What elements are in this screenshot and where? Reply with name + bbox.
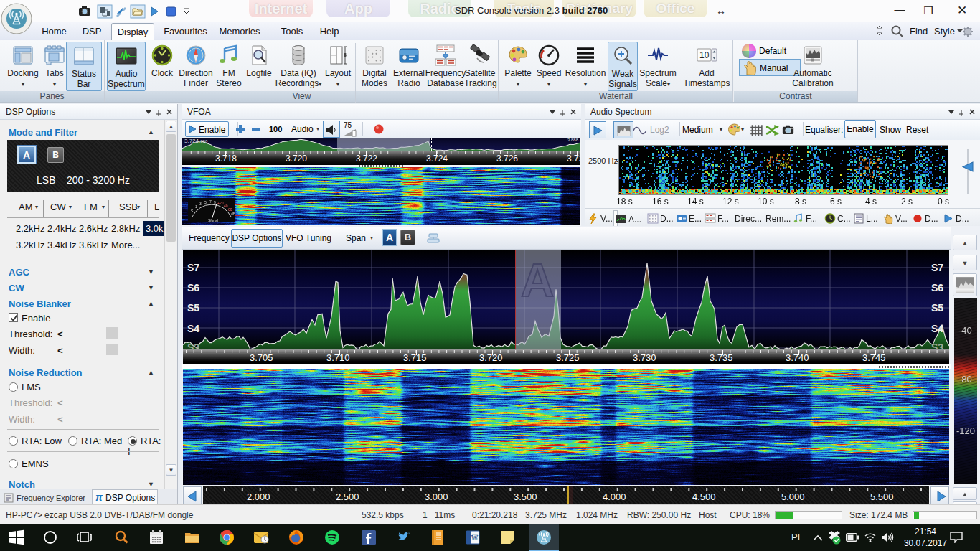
svg-text:4.500: 4.500 bbox=[692, 491, 716, 502]
svg-text:10: 10 bbox=[699, 50, 710, 60]
svg-text:3: 3 bbox=[199, 202, 202, 206]
svg-text:W: W bbox=[471, 534, 479, 542]
svg-text:40: 40 bbox=[224, 204, 228, 208]
svg-text:3.722: 3.722 bbox=[356, 154, 377, 164]
svg-text:+20: +20 bbox=[217, 201, 224, 205]
svg-text:Signal: Signal bbox=[208, 218, 218, 222]
svg-text:3.735: 3.735 bbox=[710, 352, 733, 363]
svg-text:3.720: 3.720 bbox=[479, 352, 503, 363]
svg-text:2.000: 2.000 bbox=[247, 491, 270, 502]
svg-text:3.725: 3.725 bbox=[556, 352, 580, 363]
svg-text:S: S bbox=[191, 209, 194, 213]
svg-text:3.710: 3.710 bbox=[326, 352, 350, 363]
svg-text:3.720: 3.720 bbox=[286, 154, 307, 164]
svg-text:3.715: 3.715 bbox=[403, 352, 427, 363]
svg-text:3.730: 3.730 bbox=[633, 352, 656, 363]
svg-text:1: 1 bbox=[195, 204, 197, 209]
svg-text:3.000: 3.000 bbox=[425, 491, 448, 502]
svg-text:9: 9 bbox=[214, 200, 216, 204]
svg-text:Find: Find bbox=[910, 26, 928, 37]
svg-text:3.705: 3.705 bbox=[250, 352, 273, 363]
svg-text:5.500: 5.500 bbox=[870, 491, 894, 502]
svg-text:5.000: 5.000 bbox=[781, 491, 805, 502]
svg-text:3.740: 3.740 bbox=[786, 352, 809, 363]
svg-text:2.500: 2.500 bbox=[336, 491, 359, 502]
svg-text:7: 7 bbox=[209, 199, 212, 204]
svg-text:5: 5 bbox=[204, 200, 207, 204]
svg-text:Style: Style bbox=[934, 26, 955, 37]
svg-text:4.000: 4.000 bbox=[603, 491, 626, 502]
svg-text:3.745: 3.745 bbox=[862, 352, 886, 363]
svg-text:3.500: 3.500 bbox=[514, 491, 537, 502]
svg-text:3.724: 3.724 bbox=[426, 154, 448, 164]
svg-text:3.718: 3.718 bbox=[215, 154, 237, 164]
svg-text:dB: dB bbox=[231, 212, 235, 216]
svg-text:3.726: 3.726 bbox=[496, 154, 518, 164]
svg-text:3.728: 3.728 bbox=[567, 154, 580, 164]
